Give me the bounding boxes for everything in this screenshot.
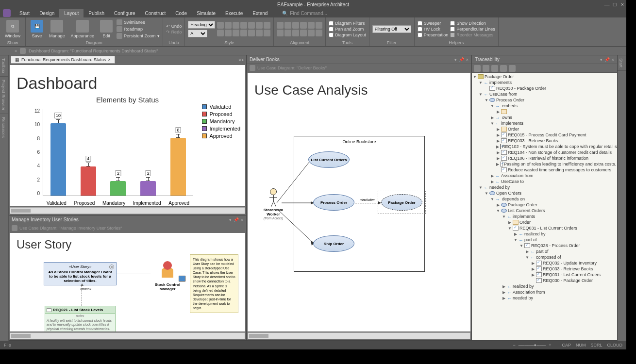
appearance-button[interactable]: Appearance (69, 19, 97, 39)
usecase-oval[interactable]: List Current Orders (308, 151, 350, 168)
expand-icon[interactable]: ▶ (496, 150, 500, 154)
usecase-canvas[interactable]: Use Case Analysis Online Bookstore (248, 73, 470, 331)
dropdown-icon[interactable]: ▾ (229, 217, 232, 222)
expand-icon[interactable]: ▶ (496, 162, 499, 166)
reorder-check[interactable]: Reorder Messages (450, 33, 495, 37)
align-icon[interactable] (308, 22, 315, 29)
tree-node[interactable]: ▶REQ102 - System must be able to cope wi… (473, 144, 616, 149)
usecase-oval[interactable]: Ship Order (313, 235, 354, 252)
usecase-oval-selected[interactable]: Package Order (381, 194, 422, 211)
style-icon[interactable] (264, 22, 270, 29)
tree-node[interactable]: ▼embeds (473, 103, 616, 109)
sweeper-check[interactable]: Sweeper (418, 21, 449, 26)
status-file[interactable]: File (4, 343, 11, 347)
tree-node[interactable]: ▶owns (473, 115, 616, 120)
align-icon[interactable] (300, 30, 307, 36)
tree-node[interactable]: ▼depends on (473, 196, 616, 202)
trace-tree[interactable]: ▼Package Order▼implementsREQ030 - Packag… (472, 73, 617, 340)
actor-storeroom[interactable]: Storeroom Worker (from Actors) (256, 188, 290, 220)
tree-node[interactable]: ▼needed by (473, 184, 616, 190)
style-icon[interactable] (264, 30, 270, 36)
zoom-control[interactable]: −─────●───+ (513, 343, 551, 347)
expand-icon[interactable]: ▼ (479, 185, 483, 189)
menu-tab-start[interactable]: Start (15, 9, 34, 17)
align-icon[interactable] (316, 30, 322, 36)
style-icon[interactable] (248, 22, 255, 29)
expand-icon[interactable]: ▶ (496, 139, 500, 143)
maximize-button[interactable]: □ (612, 1, 618, 7)
app-logo-icon[interactable] (3, 9, 11, 17)
dropdown-icon[interactable]: ▾ (454, 57, 457, 62)
presentation-check[interactable]: Presentation (418, 33, 449, 37)
align-icon[interactable] (285, 22, 291, 29)
redo-button[interactable]: ↷ Redo (166, 30, 182, 34)
expand-icon[interactable]: ▶ (514, 232, 518, 236)
bar-approved[interactable]: 8 (170, 109, 186, 196)
tree-node[interactable]: REQ030 - Package Order (473, 278, 616, 283)
expand-icon[interactable]: ▼ (496, 209, 500, 213)
tree-node[interactable]: ▼UseCase from (473, 91, 616, 97)
expand-icon[interactable]: ▶ (531, 273, 535, 277)
style-icon[interactable] (240, 30, 247, 36)
panzoom-check[interactable]: Pan and Zoom (329, 27, 366, 32)
save-button[interactable]: 💾Save (29, 19, 45, 39)
tree-node[interactable]: ▶realized by (473, 231, 616, 237)
tree-node[interactable]: ▼Package Order (473, 74, 616, 80)
h-scrollbar[interactable] (10, 332, 245, 339)
undo-button[interactable]: ↶ Undo (166, 24, 182, 29)
expand-icon[interactable]: ▶ (502, 284, 506, 288)
bar-validated[interactable]: 10 (50, 109, 66, 196)
menu-tab-design[interactable]: Design (34, 9, 59, 17)
style-icon[interactable] (256, 30, 263, 36)
userstory-card[interactable]: «User Story» As a Stock Control Manager … (44, 262, 117, 285)
tree-node[interactable]: Reduce wasted time sending messages to c… (473, 167, 616, 173)
expand-icon[interactable]: ▼ (473, 75, 477, 79)
expand-icon[interactable]: ▶ (496, 127, 500, 131)
style-icon[interactable] (225, 22, 232, 29)
filter-select[interactable]: Filtering Off (372, 25, 411, 33)
usecase-oval[interactable]: Process Order (313, 194, 354, 211)
expand-icon[interactable] (485, 86, 488, 90)
expand-icon[interactable]: ▼ (502, 215, 506, 218)
style-icon[interactable] (256, 22, 263, 29)
menu-tab-construct[interactable]: Construct (140, 9, 170, 17)
expand-icon[interactable]: ▼ (485, 191, 488, 195)
tab-next-icon[interactable]: ▸ (242, 57, 244, 62)
menu-tab-code[interactable]: Code (170, 9, 192, 17)
minimize-button[interactable]: — (604, 1, 610, 7)
side-tab-toolbox[interactable]: Toolbox (0, 55, 8, 77)
userstory-canvas[interactable]: User Story «User Story» As a Stock Contr… (10, 233, 245, 331)
side-tab-project-browser[interactable]: Project Browser (0, 77, 8, 114)
tree-node[interactable]: REQ030 - Package Order (473, 85, 616, 91)
align-icon[interactable] (308, 30, 315, 36)
bar-proposed[interactable]: 4 (81, 109, 96, 196)
expand-icon[interactable]: ▶ (502, 290, 506, 294)
tab-prev-icon[interactable]: ◂ (238, 57, 241, 62)
bar-implemented[interactable]: 2 (140, 109, 156, 196)
align-icon[interactable] (316, 22, 322, 29)
tree-node[interactable]: ▼Open Orders (473, 190, 616, 196)
tree-node[interactable]: ▶REQ033 - Retrieve Books (473, 138, 616, 144)
dashboard-tab[interactable]: ▦ Functional Requirements Dashboard Stat… (11, 56, 115, 64)
toolbar-icon[interactable] (509, 65, 516, 72)
trace-pane-title[interactable]: Traceability ▾📌× (472, 55, 617, 64)
hvlock-check[interactable]: HV Lock (418, 27, 449, 32)
expand-icon[interactable]: ▼ (490, 197, 494, 201)
menu-tab-execute[interactable]: Execute (220, 9, 248, 17)
tree-node[interactable]: ▼part of (473, 237, 616, 243)
tree-node[interactable]: ▼implements (473, 214, 616, 219)
tree-node[interactable]: ▶part of (473, 248, 616, 254)
style-icon[interactable] (217, 22, 224, 29)
tree-node[interactable]: ▶Passing on of roles leading to ineffici… (473, 161, 616, 167)
roadmap-button[interactable]: Roadmap (117, 26, 160, 32)
expand-icon[interactable]: ▼ (479, 92, 483, 96)
tree-node[interactable]: ▶REQ106 - Retrieval of historic informat… (473, 155, 616, 161)
edit-button[interactable]: Edit (98, 19, 115, 39)
tree-node[interactable]: ▶REQ032 - Update Inventory (473, 260, 616, 266)
toolbar-icon[interactable] (491, 65, 498, 72)
tree-node[interactable]: ▼implements (473, 80, 616, 85)
expand-icon[interactable]: » (15, 49, 17, 53)
tree-node[interactable]: ▶Order (473, 219, 616, 225)
close-icon[interactable]: × (612, 57, 614, 62)
expand-icon[interactable]: ▼ (490, 121, 494, 125)
